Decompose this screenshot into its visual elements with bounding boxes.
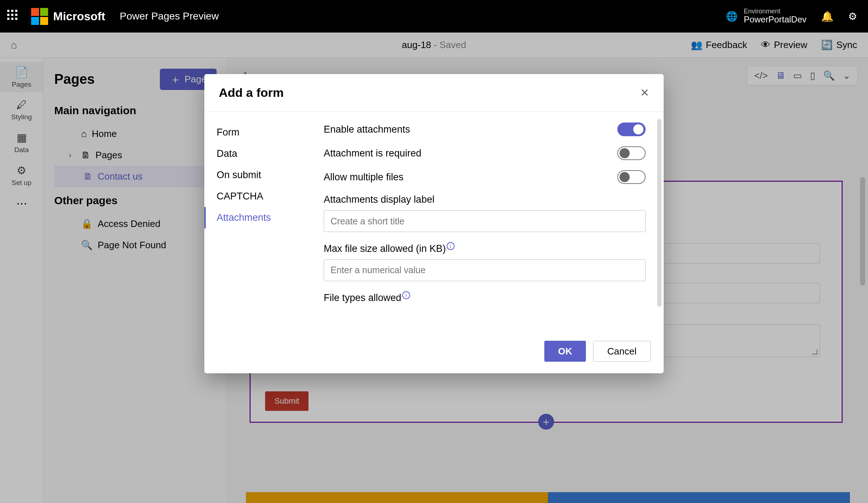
- environment-name: PowerPortalDev: [744, 14, 807, 25]
- info-icon[interactable]: i: [402, 291, 410, 299]
- cancel-button[interactable]: Cancel: [593, 341, 651, 362]
- microsoft-logo: Microsoft: [31, 8, 105, 25]
- add-form-dialog: Add a form ✕ Form Data On submit CAPTCHA…: [204, 74, 664, 373]
- environment-label: Environment: [744, 8, 807, 14]
- setup-gear-icon: ⚙: [0, 164, 43, 177]
- allow-multiple-toggle[interactable]: [617, 170, 646, 184]
- page-doc-icon: 🗎: [81, 150, 90, 161]
- nav-item-pages[interactable]: ›🗎Pages: [54, 145, 217, 166]
- person-lock-icon: 🔒: [81, 218, 93, 229]
- desktop-view-icon[interactable]: 🖥: [776, 70, 785, 81]
- app-launcher-icon[interactable]: [7, 10, 20, 23]
- tab-attachments[interactable]: Attachments: [204, 207, 316, 228]
- microsoft-brand-text: Microsoft: [53, 10, 105, 23]
- tab-data[interactable]: Data: [204, 143, 316, 164]
- rail-more-icon[interactable]: ⋯: [16, 197, 27, 210]
- pages-panel-title: Pages: [54, 72, 95, 87]
- nav-item-contact-us[interactable]: 🗎Contact us: [54, 166, 217, 187]
- page-doc-icon: 🗎: [83, 171, 93, 182]
- main-nav-heading: Main navigation: [54, 104, 217, 117]
- max-size-label: Max file size allowed (in KB)i: [324, 242, 455, 254]
- other-pages-heading: Other pages: [54, 194, 217, 207]
- allow-multiple-label: Allow multiple files: [324, 172, 404, 183]
- dialog-tab-list: Form Data On submit CAPTCHA Attachments: [204, 112, 316, 332]
- enable-attachments-label: Enable attachments: [324, 124, 410, 135]
- display-label-input[interactable]: [324, 210, 646, 232]
- eye-icon: 👁: [761, 39, 770, 51]
- microsoft-logo-icon: [31, 8, 48, 25]
- globe-icon: 🌐: [726, 11, 737, 22]
- document-name: aug-18: [402, 39, 431, 50]
- save-status: Saved: [439, 39, 466, 50]
- close-icon[interactable]: ✕: [640, 86, 649, 99]
- rail-setup[interactable]: ⚙Set up: [0, 160, 43, 190]
- info-icon[interactable]: i: [447, 242, 455, 250]
- tablet-landscape-icon[interactable]: ▭: [793, 70, 802, 81]
- dialog-content-panel: Enable attachments Attachment is require…: [316, 112, 664, 332]
- submit-button[interactable]: Submit: [265, 391, 309, 411]
- tab-on-submit[interactable]: On submit: [204, 164, 316, 186]
- rail-styling[interactable]: 🖊Styling: [0, 95, 43, 125]
- tab-form[interactable]: Form: [204, 122, 316, 143]
- display-label-label: Attachments display label: [324, 194, 434, 205]
- rail-data[interactable]: ▦Data: [0, 128, 43, 158]
- brush-icon: 🖊: [0, 99, 43, 111]
- nav-item-not-found[interactable]: 🔍Page Not Found: [54, 235, 217, 256]
- notifications-icon[interactable]: 🔔: [821, 10, 834, 22]
- sync-button[interactable]: 🔄Sync: [821, 39, 857, 51]
- add-section-button[interactable]: ＋: [538, 414, 554, 430]
- dialog-scrollbar[interactable]: [657, 119, 661, 307]
- left-rail: 📄Pages 🖊Styling ▦Data ⚙Set up ⋯: [0, 58, 43, 503]
- table-icon: ▦: [0, 131, 43, 144]
- attachment-required-label: Attachment is required: [324, 148, 421, 159]
- product-name: Power Pages Preview: [120, 10, 219, 22]
- document-title-block: aug-18 - Saved: [402, 39, 466, 51]
- footer-gradient-band: [246, 492, 850, 503]
- nav-item-home[interactable]: ⌂Home: [54, 123, 217, 145]
- global-header: Microsoft Power Pages Preview 🌐 Environm…: [0, 0, 868, 33]
- home-icon[interactable]: ⌂: [11, 39, 17, 51]
- enable-attachments-toggle[interactable]: [617, 122, 646, 136]
- preview-button[interactable]: 👁Preview: [761, 39, 807, 51]
- feedback-button[interactable]: 👥Feedback: [691, 39, 747, 51]
- nav-item-access-denied[interactable]: 🔒Access Denied: [54, 213, 217, 235]
- sync-icon: 🔄: [821, 39, 833, 51]
- settings-gear-icon[interactable]: ⚙: [848, 10, 857, 22]
- page-icon: 📄: [0, 66, 43, 78]
- canvas-scrollbar[interactable]: [860, 177, 865, 285]
- canvas-toolbar: </> 🖥 ▭ ▯ 🔍 ⌄: [748, 66, 857, 85]
- command-bar: ⌂ aug-18 - Saved 👥Feedback 👁Preview 🔄Syn…: [0, 33, 868, 58]
- page-search-icon: 🔍: [81, 240, 93, 251]
- attachment-required-toggle[interactable]: [617, 146, 646, 160]
- file-types-label: File types allowedi: [324, 291, 410, 304]
- chevron-right-icon[interactable]: ›: [69, 151, 76, 160]
- chevron-down-icon[interactable]: ⌄: [843, 70, 851, 81]
- home-page-icon: ⌂: [81, 128, 87, 139]
- environment-picker[interactable]: 🌐 Environment PowerPortalDev: [726, 8, 807, 25]
- zoom-icon[interactable]: 🔍: [823, 70, 835, 81]
- tab-captcha[interactable]: CAPTCHA: [204, 186, 316, 207]
- dialog-title: Add a form: [219, 86, 284, 100]
- mobile-view-icon[interactable]: ▯: [810, 70, 815, 81]
- pages-panel: Pages ＋Page Main navigation ⌂Home ›🗎Page…: [43, 58, 228, 503]
- feedback-icon: 👥: [691, 39, 702, 51]
- max-size-input[interactable]: [324, 259, 646, 281]
- plus-icon: ＋: [170, 74, 181, 85]
- ok-button[interactable]: OK: [544, 341, 586, 362]
- code-view-icon[interactable]: </>: [754, 70, 768, 81]
- rail-pages[interactable]: 📄Pages: [0, 62, 43, 92]
